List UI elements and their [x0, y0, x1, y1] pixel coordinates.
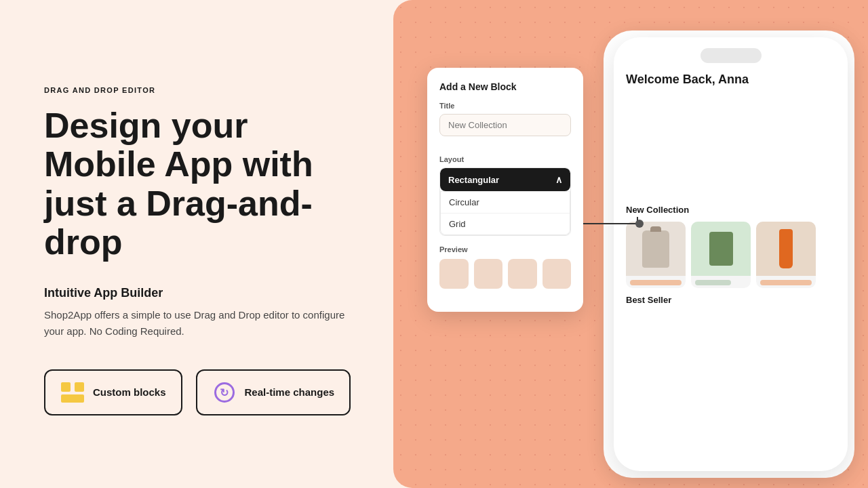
- right-panel: Welcome Back, Anna New Collection: [393, 0, 868, 488]
- blocks-icon-bottom: [61, 394, 84, 403]
- modal-spacer: [622, 96, 840, 205]
- blocks-icon: [60, 380, 85, 405]
- circular-label: Circular: [449, 197, 479, 207]
- phone-products-row: [622, 222, 840, 288]
- product-card-3: [756, 222, 816, 288]
- refresh-icon: [212, 380, 237, 405]
- product-img-2: [691, 222, 751, 276]
- product-bar-3: [760, 280, 812, 285]
- layout-option-grid[interactable]: Grid: [441, 213, 570, 235]
- phone-pill: [701, 48, 762, 63]
- refresh-icon-shape: [214, 382, 235, 403]
- subtitle: Intuitive App Builder: [44, 286, 353, 300]
- layout-label: Layout: [439, 155, 571, 163]
- layout-option-circular[interactable]: Circular: [441, 191, 570, 213]
- custom-blocks-button[interactable]: Custom blocks: [44, 369, 182, 415]
- preview-swatch-2: [474, 259, 503, 289]
- modal-title: Add a New Block: [439, 81, 571, 92]
- preview-swatches: [439, 259, 571, 289]
- custom-blocks-label: Custom blocks: [93, 386, 166, 398]
- product-bottle-shape: [709, 232, 733, 266]
- chevron-up-icon: [555, 174, 562, 185]
- add-block-modal: Add a New Block Title Layout Rectangular…: [427, 68, 583, 312]
- layout-dropdown[interactable]: Rectangular: [440, 168, 570, 191]
- layout-section: Layout Rectangular Circular Grid: [439, 155, 571, 236]
- feature-buttons: Custom blocks Real-time changes: [44, 369, 353, 415]
- greeting-text: Welcome Back, Anna: [626, 73, 749, 86]
- preview-label: Preview: [439, 245, 571, 253]
- hero-title: Design your Mobile App with just a Drag-…: [44, 106, 353, 262]
- realtime-button[interactable]: Real-time changes: [196, 369, 351, 415]
- preview-swatch-4: [542, 259, 572, 289]
- phone-section1-title: New Collection: [622, 205, 840, 215]
- title-input[interactable]: [439, 114, 571, 136]
- product-img-3: [756, 222, 816, 276]
- layout-selected-value: Rectangular: [448, 175, 499, 185]
- grid-label: Grid: [449, 219, 466, 229]
- drag-drop-label: DRAG AND DROP EDITOR: [44, 86, 353, 94]
- phone-greeting: Welcome Back, Anna: [622, 73, 840, 87]
- product-card-2: [691, 222, 751, 288]
- product-bar-2: [695, 280, 731, 285]
- realtime-label: Real-time changes: [245, 386, 335, 398]
- title-section: Title: [439, 102, 571, 146]
- phone-status-bar: [622, 48, 840, 63]
- preview-swatch-1: [439, 259, 469, 289]
- description: Shop2App offers a simple to use Drag and…: [44, 307, 353, 340]
- product-tube-shape: [779, 229, 793, 268]
- phone-mockup: Welcome Back, Anna New Collection: [614, 37, 848, 471]
- layout-dropdown-wrapper: Rectangular Circular Grid: [439, 167, 571, 236]
- product-cream-shape: [642, 230, 669, 268]
- left-panel: DRAG AND DROP EDITOR Design your Mobile …: [0, 0, 393, 488]
- svg-point-2: [635, 220, 644, 228]
- preview-swatch-3: [508, 259, 537, 289]
- blocks-icon-shape: [61, 382, 84, 403]
- layout-options: Circular Grid: [440, 191, 570, 235]
- product-bar-1: [630, 280, 682, 285]
- phone-section2-title: Best Seller: [622, 295, 840, 305]
- title-label: Title: [439, 102, 571, 110]
- preview-section: Preview: [439, 245, 571, 289]
